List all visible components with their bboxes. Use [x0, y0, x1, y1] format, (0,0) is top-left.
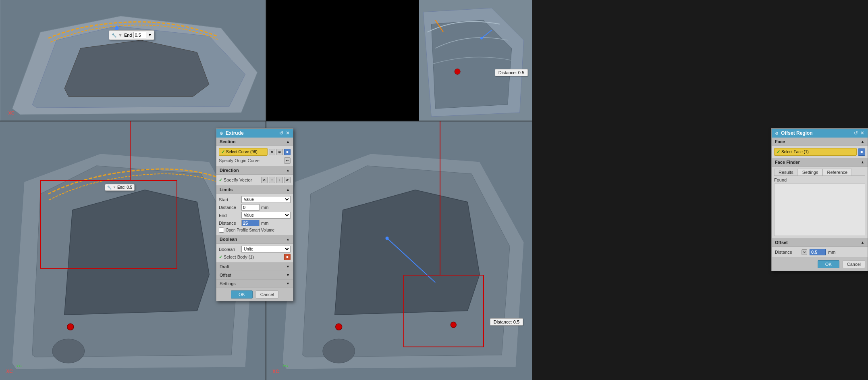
extrude-close-icon[interactable]: ✕ [286, 130, 290, 136]
svg-point-29 [386, 237, 389, 240]
distance-label-br: Distance: 0.5 [490, 318, 523, 326]
facefinder-label: Face Finder [775, 160, 800, 165]
draft-chevron: ▼ [286, 265, 290, 269]
extrude-section-boolean-header[interactable]: Boolean ▲ [216, 235, 293, 244]
select-curve-icon2[interactable]: ⊕ [276, 149, 283, 155]
limits-end-label: End [219, 213, 240, 218]
tab-settings[interactable]: Settings [798, 169, 823, 175]
boolean-type-label: Boolean [219, 247, 240, 252]
limits-chevron: ▲ [286, 188, 290, 192]
facefinder-chevron: ▲ [861, 160, 864, 164]
boolean-chevron: ▲ [286, 237, 290, 241]
viewport-bl-toolbar[interactable]: 🔧 ▼ End: 0.5 [105, 184, 135, 191]
limits-label: Limits [220, 187, 233, 192]
viewport-tr-model-area: Distance: 0.5 [419, 0, 532, 121]
viewport-bottom-right[interactable]: XC YC Distance: 0.5 [266, 121, 532, 380]
extrude-section-limits: Limits ▲ Start Value Distance mm End Val [216, 186, 293, 235]
open-profile-checkbox[interactable] [219, 228, 224, 233]
offset-cancel-button[interactable]: Cancel [843, 260, 865, 268]
select-body-icon[interactable]: ■ [284, 254, 291, 260]
extrude-footer: OK Cancel [216, 288, 293, 301]
limits-dist2-input[interactable] [241, 220, 260, 226]
toolbar-value-input-tl[interactable] [133, 32, 146, 38]
offset-section-offset-header[interactable]: Offset ▲ [772, 238, 868, 247]
extrude-section-draft: Draft ▼ [216, 263, 293, 271]
extrude-ok-button[interactable]: OK [231, 290, 253, 299]
open-profile-row[interactable]: Open Profile Smart Volume [219, 228, 291, 233]
boolean-type-row[interactable]: Boolean Unite [219, 246, 291, 253]
svg-text:XC: XC [8, 111, 15, 115]
offset-section-facefinder: Face Finder ▲ Results Settings Reference… [772, 158, 868, 238]
distance-label-tr: Distance: 0.5 [495, 69, 528, 76]
specify-vector-icon4[interactable]: ⟳ [284, 177, 291, 183]
extrude-cancel-button[interactable]: Cancel [256, 290, 278, 299]
extrude-section-settings-header[interactable]: Settings ▼ [216, 280, 293, 288]
direction-chevron: ▲ [286, 168, 290, 172]
toolbar-icon-bl: 🔧 [107, 186, 112, 190]
offset-unit-label: mm [828, 250, 835, 255]
viewport-top-left[interactable]: XC 🔧 ▼ End ▼ [0, 0, 266, 121]
toolbar-arrow[interactable]: ▼ [148, 33, 152, 37]
tab-results[interactable]: Results [774, 169, 798, 175]
specify-vector-icon1[interactable]: ✕ [261, 177, 268, 183]
model-svg-tr [419, 0, 532, 121]
offset-titlebar[interactable]: ⚙ Offset Region ↺ ✕ [772, 129, 868, 138]
specify-origin-row[interactable]: Specify Origin Curve ↩ [219, 157, 291, 164]
tab-reference[interactable]: Reference [822, 169, 852, 175]
select-face-icon[interactable]: ■ [858, 148, 865, 156]
viewport-tl-toolbar[interactable]: 🔧 ▼ End ▼ [109, 30, 154, 40]
limits-dist1-unit: mm [261, 205, 268, 210]
offset-section-label: Offset [775, 240, 788, 245]
red-annotation-box-bl [40, 180, 177, 269]
extrude-section-section: Section ▲ ✓ Select Curve (98) ✕ ⊕ ■ Spec… [216, 138, 293, 166]
offset-x-icon[interactable]: ✕ [802, 249, 807, 255]
select-curve-icon1[interactable]: ✕ [269, 149, 275, 155]
extrude-section-section-header[interactable]: Section ▲ [216, 138, 293, 146]
limits-start-label: Start [219, 197, 240, 202]
red-arrow-up-bl [130, 121, 131, 180]
offset-title: Offset Region [781, 130, 813, 136]
limits-end-select[interactable]: Value [241, 212, 291, 219]
limits-dist1-row[interactable]: Distance mm [219, 204, 291, 211]
select-curve-row[interactable]: ✓ Select Curve (98) ✕ ⊕ ■ [219, 148, 291, 156]
svg-point-18 [67, 324, 74, 330]
extrude-section-limits-header[interactable]: Limits ▲ [216, 186, 293, 194]
limits-end-row[interactable]: End Value [219, 212, 291, 219]
select-curve-icon3[interactable]: ■ [284, 149, 291, 155]
offset-distance-input[interactable] [810, 249, 826, 255]
red-annotation-box-br [403, 275, 484, 347]
boolean-type-select[interactable]: Unite [241, 246, 291, 253]
settings-label: Settings [220, 281, 236, 286]
specify-vector-icon2[interactable]: ↑ [269, 177, 275, 183]
limits-dist1-input[interactable] [241, 204, 260, 211]
face-chevron: ▲ [861, 140, 864, 144]
offset-section-facefinder-header[interactable]: Face Finder ▲ [772, 158, 868, 167]
limits-start-select[interactable]: Value [241, 196, 291, 203]
red-arrow-up-br [440, 121, 440, 275]
select-face-row[interactable]: ✓ Select Face (1) ■ [774, 148, 865, 156]
offset-close-icon[interactable]: ✕ [860, 130, 864, 136]
select-body-row[interactable]: ✓ Select Body (1) ■ [219, 254, 291, 260]
offset-chevron: ▼ [286, 273, 290, 277]
extrude-refresh-icon[interactable]: ↺ [279, 130, 283, 136]
specify-vector-icon3[interactable]: ↓ [276, 177, 283, 183]
offset-section-chevron: ▲ [861, 240, 864, 244]
specify-origin-icon[interactable]: ↩ [284, 157, 291, 164]
face-label: Face [775, 139, 785, 144]
offset-section-face-header[interactable]: Face ▲ [772, 138, 868, 146]
extrude-section-direction-header[interactable]: Direction ▲ [216, 166, 293, 175]
limits-dist2-row[interactable]: Distance mm [219, 220, 291, 226]
offset-distance-row[interactable]: Distance ✕ mm [775, 249, 864, 255]
svg-text:XC: XC [6, 369, 13, 374]
extrude-section-offset-header[interactable]: Offset ▼ [216, 271, 293, 280]
specify-vector-row[interactable]: ✓ Specify Vector ✕ ↑ ↓ ⟳ [219, 177, 291, 183]
limits-dist2-unit: mm [261, 221, 268, 225]
extrude-section-limits-content: Start Value Distance mm End Value Distan [216, 194, 293, 235]
limits-start-row[interactable]: Start Value [219, 196, 291, 203]
extrude-titlebar[interactable]: ⚙ Extrude ↺ ✕ [216, 129, 293, 138]
offset-ok-button[interactable]: OK [818, 260, 839, 268]
offset-refresh-icon[interactable]: ↺ [854, 130, 858, 136]
extrude-title: Extrude [226, 130, 244, 136]
extrude-section-draft-header[interactable]: Draft ▼ [216, 263, 293, 271]
viewport-top-right[interactable]: Distance: 0.5 [266, 0, 532, 121]
